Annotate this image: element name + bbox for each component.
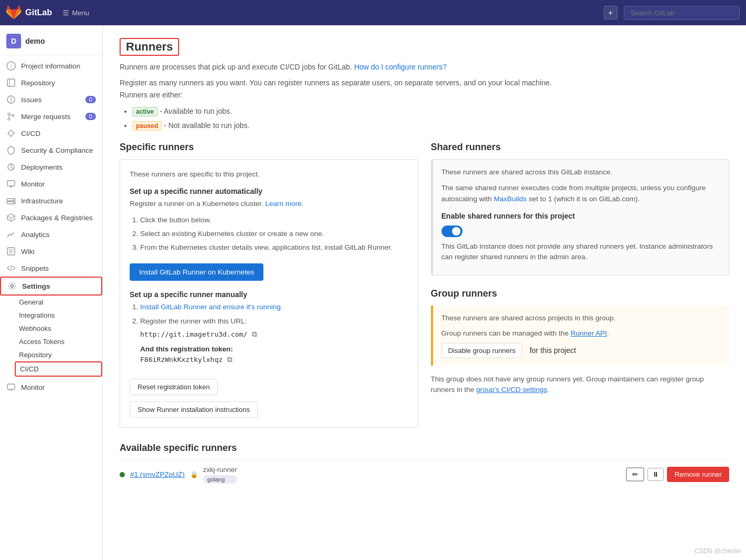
intro-text-1: Runners are processes that pick up and e…	[120, 61, 729, 73]
svg-point-8	[8, 118, 10, 120]
runner-name-text: zxkj-runner	[203, 466, 237, 474]
copy-token-button[interactable]: ⧉	[227, 355, 232, 364]
right-column: Shared runners These runners are shared …	[431, 142, 730, 428]
sidebar-item-cicd[interactable]: CI/CD	[0, 125, 102, 142]
runner-remove-button[interactable]: Remove runner	[667, 467, 729, 482]
plus-button[interactable]: +	[604, 6, 617, 19]
shared-runners-toggle[interactable]	[441, 225, 463, 237]
sidebar-item-security[interactable]: Security & Compliance	[0, 142, 102, 159]
auto-steps-list: Click the button below. Select an existi…	[140, 215, 408, 253]
svg-text:i: i	[11, 63, 12, 69]
svg-point-18	[13, 202, 14, 203]
reset-token-button[interactable]: Reset registration token	[130, 379, 218, 395]
runners-bullet-list: active - Available to run jobs. paused -…	[132, 106, 729, 131]
install-k8s-button[interactable]: Install GitLab Runner on Kubernetes	[130, 263, 263, 281]
shield-icon	[6, 145, 16, 155]
runner-tag-golang: golang	[203, 475, 237, 484]
runner-url-row: http://git.imagetru3d.com/ ⧉	[140, 330, 408, 339]
sidebar-item-settings[interactable]: Settings	[0, 277, 102, 296]
sidebar-item-merge-requests[interactable]: Merge requests 0	[0, 108, 102, 125]
auto-step-3: From the Kubernetes cluster details view…	[140, 242, 408, 253]
learn-more-link[interactable]: Learn more.	[265, 200, 303, 208]
cicd-icon	[6, 129, 16, 138]
project-header: D demo	[0, 30, 102, 55]
token-value: F86iRzWnkKxztkylxhqz	[140, 356, 223, 363]
shared-card-text-1: These runners are shared across this Git…	[441, 167, 721, 178]
settings-icon	[7, 281, 17, 291]
svg-point-27	[11, 285, 14, 288]
auto-step-1: Click the button below.	[140, 215, 408, 225]
runner-edit-button[interactable]: ✏	[626, 467, 644, 482]
monitor-bottom-icon	[6, 382, 16, 392]
sub-item-cicd[interactable]: CI/CD	[15, 361, 102, 377]
group-runners-card: These runners are shared across projects…	[431, 306, 730, 366]
runners-title-box: Runners	[120, 38, 179, 56]
sidebar-item-project-information[interactable]: i Project information	[0, 57, 102, 74]
svg-point-6	[11, 101, 12, 102]
svg-line-19	[7, 216, 11, 218]
group-card-text-1: These runners are shared across projects…	[441, 313, 721, 323]
auto-step-2: Select an existing Kubernetes cluster or…	[140, 229, 408, 239]
sub-item-integrations[interactable]: Integrations	[15, 309, 102, 322]
shared-runners-note: This GitLab instance does not provide an…	[441, 241, 721, 263]
watermark: CSDN @cheniie	[694, 547, 741, 555]
sidebar-item-analytics[interactable]: Analytics	[0, 226, 102, 243]
install-runner-link[interactable]: Install GitLab Runner and ensure it's ru…	[140, 303, 283, 311]
snippet-icon	[6, 263, 16, 273]
project-icon: D	[6, 34, 21, 48]
auto-setup-desc: Register a runner on a Kubernetes cluste…	[130, 199, 408, 209]
svg-line-26	[11, 265, 12, 271]
svg-line-20	[11, 216, 15, 218]
group-cicd-settings-link[interactable]: group's CI/CD settings	[476, 386, 547, 394]
runner-actions: ✏ ⏸ Remove runner	[626, 467, 729, 482]
manual-setup-subtitle: Set up a specific runner manually	[130, 290, 408, 299]
svg-rect-2	[7, 79, 15, 86]
menu-button[interactable]: ☰ Menu	[63, 9, 90, 17]
merge-icon	[6, 112, 16, 121]
runner-row-1: #1 (smvZPZpUZ) 🔒 zxkj-runner golang ✏ ⏸ …	[120, 460, 729, 489]
runner-id-link[interactable]: #1 (smvZPZpUZ)	[130, 470, 185, 478]
auto-setup-subtitle: Set up a specific runner automatically	[130, 187, 408, 195]
maxbuilds-link[interactable]: MaxBuilds	[494, 195, 526, 203]
sidebar-item-infrastructure[interactable]: Infrastructure	[0, 192, 102, 209]
specific-runners-card: These runners are specific to this proje…	[120, 159, 418, 428]
project-name: demo	[25, 37, 45, 45]
bullet-active: active - Available to run jobs.	[132, 106, 729, 117]
runner-api-link[interactable]: Runner API	[571, 329, 607, 337]
runner-lock-icon: 🔒	[190, 471, 198, 478]
intro-text-2: Register as many runners as you want. Yo…	[120, 77, 729, 101]
sub-item-repository[interactable]: Repository	[15, 348, 102, 361]
available-runners-section: Available specific runners #1 (smvZPZpUZ…	[120, 443, 729, 489]
deploy-icon	[6, 162, 16, 172]
monitor-icon	[6, 179, 16, 189]
sidebar: D demo i Project information Repository …	[0, 25, 103, 560]
sidebar-item-packages[interactable]: Packages & Registries	[0, 209, 102, 226]
sub-item-access-tokens[interactable]: Access Tokens	[15, 335, 102, 348]
sidebar-item-repository[interactable]: Repository	[0, 74, 102, 91]
sidebar-item-issues[interactable]: Issues 0	[0, 91, 102, 108]
logo-area: GitLab	[6, 5, 52, 20]
available-runners-title: Available specific runners	[120, 443, 729, 454]
copy-url-button[interactable]: ⧉	[252, 330, 257, 339]
sidebar-item-monitor[interactable]: Monitor	[0, 175, 102, 192]
sidebar-item-monitor-bottom[interactable]: Monitor	[0, 379, 102, 396]
shared-runners-toggle-row	[441, 225, 721, 237]
sidebar-item-wiki[interactable]: Wiki	[0, 243, 102, 260]
sub-item-webhooks[interactable]: Webhooks	[15, 322, 102, 335]
search-input[interactable]	[624, 6, 740, 20]
analytics-icon	[6, 230, 16, 239]
enable-shared-subtitle: Enable shared runners for this project	[441, 212, 721, 220]
two-col-layout: Specific runners These runners are speci…	[120, 142, 729, 428]
show-instructions-button[interactable]: Show Runner installation instructions	[130, 401, 258, 418]
gitlab-logo	[6, 5, 21, 20]
configure-runners-link[interactable]: How do I configure runners?	[354, 63, 447, 71]
sub-item-general[interactable]: General	[15, 296, 102, 309]
sidebar-item-deployments[interactable]: Deployments	[0, 159, 102, 175]
issue-icon	[6, 95, 16, 104]
sidebar-item-snippets[interactable]: Snippets	[0, 260, 102, 277]
runner-pause-button[interactable]: ⏸	[647, 468, 664, 481]
wiki-icon	[6, 247, 16, 256]
top-nav: GitLab ☰ Menu +	[0, 0, 746, 25]
disable-group-runners-button[interactable]: Disable group runners	[441, 343, 523, 358]
svg-rect-12	[7, 181, 15, 186]
